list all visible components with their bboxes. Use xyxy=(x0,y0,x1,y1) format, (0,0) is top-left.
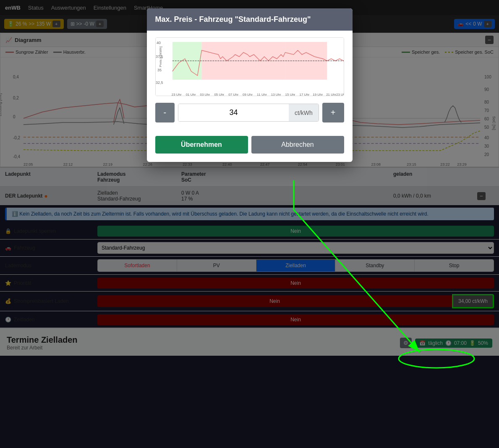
modal-plus-btn[interactable]: + xyxy=(322,103,344,122)
svg-text:11 Uhr: 11 Uhr xyxy=(256,93,266,96)
modal-title: Max. Preis - Fahrzeug "Standard-Fahrzeug… xyxy=(155,15,311,23)
svg-text:19 Uhr: 19 Uhr xyxy=(313,93,323,96)
svg-text:23 Uhr: 23 Uhr xyxy=(336,93,344,96)
svg-rect-34 xyxy=(172,42,201,80)
cancel-button[interactable]: Abbrechen xyxy=(251,136,344,154)
svg-text:17 Uhr: 17 Uhr xyxy=(299,93,309,96)
svg-text:32,5: 32,5 xyxy=(156,81,163,85)
svg-text:05 Uhr: 05 Uhr xyxy=(214,93,224,96)
svg-text:40: 40 xyxy=(156,41,160,45)
modal-footer: Übernehmen Abbrechen xyxy=(147,136,353,162)
svg-text:23 Uhr: 23 Uhr xyxy=(171,93,181,96)
modal-value-input[interactable] xyxy=(178,104,289,121)
modal-body: 40 37,5 35 32,5 Preis [ct/kWh] 23 Uhr 01… xyxy=(147,31,353,136)
svg-text:Preis [ct/kWh]: Preis [ct/kWh] xyxy=(158,47,162,67)
modal-overlay: Max. Preis - Fahrzeug "Standard-Fahrzeug… xyxy=(0,0,499,448)
svg-text:15 Uhr: 15 Uhr xyxy=(285,93,295,96)
modal-chart-svg: 40 37,5 35 32,5 Preis [ct/kWh] 23 Uhr 01… xyxy=(156,38,344,96)
modal-header: Max. Preis - Fahrzeug "Standard-Fahrzeug… xyxy=(147,8,353,31)
svg-text:13 Uhr: 13 Uhr xyxy=(271,93,281,96)
svg-text:07 Uhr: 07 Uhr xyxy=(228,93,238,96)
svg-text:35: 35 xyxy=(157,68,161,72)
svg-text:09 Uhr: 09 Uhr xyxy=(243,93,253,96)
svg-text:03 Uhr: 03 Uhr xyxy=(200,93,210,96)
modal-controls: - ct/kWh + xyxy=(155,103,344,122)
modal-minus-btn[interactable]: - xyxy=(155,103,175,122)
modal: Max. Preis - Fahrzeug "Standard-Fahrzeug… xyxy=(147,8,353,162)
modal-unit: ct/kWh xyxy=(289,104,319,121)
confirm-button[interactable]: Übernehmen xyxy=(155,136,248,154)
svg-text:21 Uhr: 21 Uhr xyxy=(326,93,336,96)
modal-input-group: ct/kWh xyxy=(178,104,319,122)
svg-text:01 Uhr: 01 Uhr xyxy=(185,93,196,96)
modal-chart: 40 37,5 35 32,5 Preis [ct/kWh] 23 Uhr 01… xyxy=(155,37,344,96)
